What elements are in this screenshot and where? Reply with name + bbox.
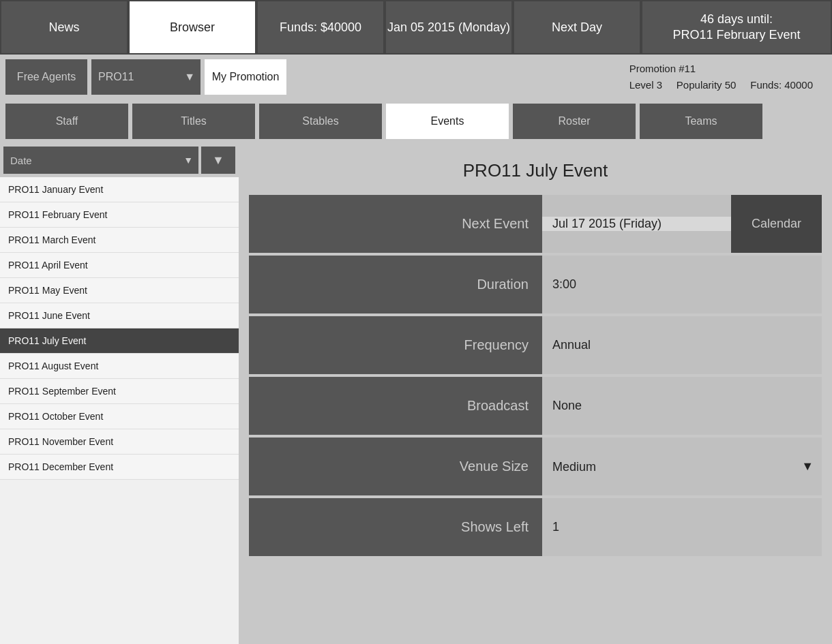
event-list-item[interactable]: PRO11 April Event <box>0 253 239 278</box>
frequency-label: Frequency <box>249 316 542 374</box>
shows-left-value: 1 <box>542 498 822 556</box>
browser-button[interactable]: Browser <box>128 0 256 55</box>
next-event-value: Jul 17 2015 (Friday) <box>542 217 731 231</box>
next-event-row: Next Event Jul 17 2015 (Friday) Calendar <box>249 195 822 253</box>
free-agents-button[interactable]: Free Agents <box>5 59 87 95</box>
venue-size-label: Venue Size <box>249 438 542 495</box>
next-event-value-cell: Jul 17 2015 (Friday) Calendar <box>542 195 822 253</box>
promotion-select[interactable]: PRO11 <box>91 59 200 95</box>
date-filter-select[interactable]: Date <box>3 147 198 174</box>
broadcast-label: Broadcast <box>249 377 542 435</box>
promotion-popularity: Popularity 50 <box>677 79 737 91</box>
date-button[interactable]: Jan 05 2015 (Monday) <box>385 0 513 55</box>
venue-size-select[interactable]: Small Medium Large <box>542 438 822 495</box>
event-list-item[interactable]: PRO11 March Event <box>0 228 239 253</box>
events-button[interactable]: Events <box>386 104 509 139</box>
promotion-level: Level 3 <box>629 79 662 91</box>
event-list-item[interactable]: PRO11 January Event <box>0 177 239 202</box>
duration-value: 3:00 <box>542 256 822 313</box>
sort-button[interactable]: ▼ <box>201 147 235 174</box>
shows-left-label: Shows Left <box>249 498 542 556</box>
left-panel: Date ▼ ▼ PRO11 January EventPRO11 Februa… <box>0 143 239 644</box>
venue-size-value-cell: Small Medium Large ▼ <box>542 438 822 495</box>
event-list-item[interactable]: PRO11 October Event <box>0 404 239 429</box>
promotion-info: Promotion #11 Level 3 Popularity 50 Fund… <box>629 61 827 93</box>
countdown-event: PRO11 February Event <box>672 27 800 43</box>
teams-button[interactable]: Teams <box>640 104 762 139</box>
staff-button[interactable]: Staff <box>5 104 128 139</box>
date-filter-wrapper: Date ▼ <box>3 147 198 174</box>
promotion-funds: Funds: 40000 <box>750 79 813 91</box>
event-list-item[interactable]: PRO11 May Event <box>0 278 239 303</box>
event-list-item[interactable]: PRO11 September Event <box>0 379 239 404</box>
event-list-item[interactable]: PRO11 July Event <box>0 328 239 354</box>
frequency-value: Annual <box>542 316 822 374</box>
countdown-label: 46 days until: <box>672 12 800 27</box>
titles-button[interactable]: Titles <box>132 104 255 139</box>
right-panel: PRO11 July Event Next Event Jul 17 2015 … <box>239 143 832 644</box>
shows-left-row: Shows Left 1 <box>249 498 822 556</box>
event-list-item[interactable]: PRO11 December Event <box>0 455 239 480</box>
funds-button[interactable]: Funds: $40000 <box>256 0 385 55</box>
roster-button[interactable]: Roster <box>513 104 636 139</box>
calendar-button[interactable]: Calendar <box>731 195 822 253</box>
news-button[interactable]: News <box>0 0 128 55</box>
duration-row: Duration 3:00 <box>249 256 822 313</box>
events-list: PRO11 January EventPRO11 February EventP… <box>0 177 239 644</box>
event-list-item[interactable]: PRO11 June Event <box>0 303 239 328</box>
event-title: PRO11 July Event <box>249 150 822 195</box>
venue-size-select-wrapper: Small Medium Large ▼ <box>542 438 822 495</box>
frequency-row: Frequency Annual <box>249 316 822 374</box>
promotion-details: Level 3 Popularity 50 Funds: 40000 <box>629 77 813 93</box>
countdown-button[interactable]: 46 days until: PRO11 February Event <box>641 0 832 55</box>
promotion-name: Promotion #11 <box>629 61 813 77</box>
next-event-label: Next Event <box>249 195 542 253</box>
event-list-item[interactable]: PRO11 November Event <box>0 429 239 455</box>
promotion-select-wrapper: PRO11 ▼ <box>91 59 200 95</box>
duration-label: Duration <box>249 256 542 313</box>
event-list-item[interactable]: PRO11 February Event <box>0 202 239 228</box>
my-promotion-button[interactable]: My Promotion <box>205 59 286 95</box>
broadcast-row: Broadcast None <box>249 377 822 435</box>
next-day-button[interactable]: Next Day <box>513 0 641 55</box>
venue-size-row: Venue Size Small Medium Large ▼ <box>249 438 822 495</box>
stables-button[interactable]: Stables <box>259 104 382 139</box>
broadcast-value: None <box>542 377 822 435</box>
filter-row: Date ▼ ▼ <box>0 143 239 177</box>
event-list-item[interactable]: PRO11 August Event <box>0 354 239 379</box>
